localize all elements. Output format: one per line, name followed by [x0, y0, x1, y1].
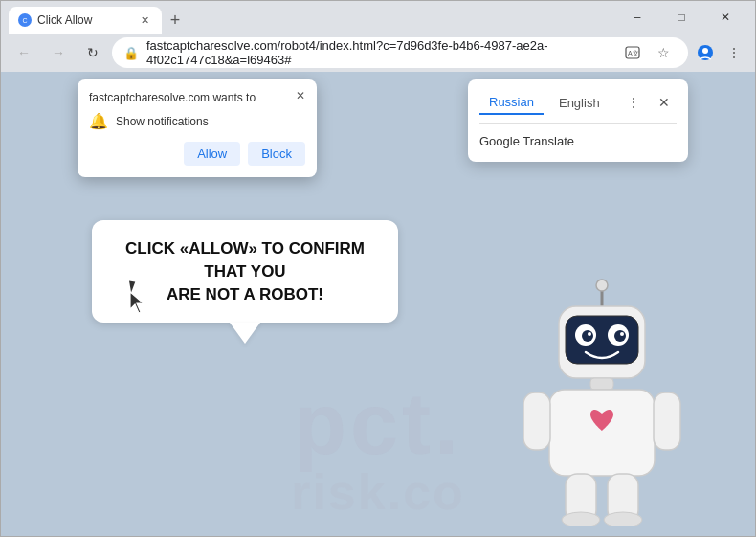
menu-button[interactable]: ⋮ [721, 39, 747, 66]
notification-buttons: Allow Block [89, 142, 305, 166]
block-button[interactable]: Block [248, 142, 305, 166]
profile-button[interactable] [692, 39, 719, 66]
title-bar: C Click Allow ✕ + – □ ✕ [1, 1, 755, 34]
svg-rect-21 [654, 392, 680, 450]
bookmark-button[interactable]: ☆ [650, 39, 677, 66]
tab-title: Click Allow [37, 13, 131, 27]
url-text: fastcaptcharesolve.com/robot4/index.html… [146, 38, 611, 67]
minimize-button[interactable]: – [615, 1, 659, 34]
notification-show-text: Show notifications [116, 115, 209, 128]
url-right-icons: A文 ☆ [619, 39, 677, 66]
notification-row: 🔔 Show notifications [89, 112, 305, 130]
maximize-button[interactable]: □ [659, 1, 703, 34]
svg-text:C: C [22, 17, 27, 24]
active-tab[interactable]: C Click Allow ✕ [9, 7, 162, 34]
translate-close-button[interactable]: ✕ [652, 89, 677, 116]
tab-favicon: C [18, 13, 32, 27]
tab-strip: C Click Allow ✕ + [9, 1, 189, 34]
robot-character [506, 278, 698, 526]
svg-point-6 [702, 48, 708, 54]
translate-header: Russian English ⋮ ✕ [479, 89, 677, 116]
toolbar-right: ⋮ [692, 39, 747, 66]
svg-rect-20 [523, 392, 550, 450]
translate-more-button[interactable]: ⋮ [621, 89, 646, 116]
translate-separator [479, 123, 677, 124]
notification-domain: fastcaptcharesolve.com wants to [89, 91, 305, 104]
browser-content: pct. risk.co ✕ fastcaptcharesolve.com wa… [1, 72, 755, 536]
svg-rect-19 [549, 390, 655, 476]
google-translate-item[interactable]: Google Translate [479, 130, 677, 152]
back-button[interactable]: ← [9, 37, 39, 68]
svg-point-14 [582, 330, 593, 342]
bell-icon: 🔔 [89, 112, 108, 130]
speech-line2: ARE NOT A ROBOT! [167, 285, 323, 303]
translate-popup: Russian English ⋮ ✕ Google Translate [468, 79, 688, 162]
speech-bubble: CLICK «ALLOW» TO CONFIRM THAT YOU ARE NO… [92, 220, 398, 323]
russian-lang-button[interactable]: Russian [479, 91, 544, 115]
svg-text:文: 文 [633, 50, 639, 56]
svg-point-9 [596, 280, 608, 291]
lock-icon: 🔒 [123, 46, 139, 60]
svg-point-17 [620, 332, 624, 336]
svg-point-25 [604, 512, 642, 526]
svg-rect-18 [590, 378, 613, 390]
close-button[interactable]: ✕ [703, 1, 747, 34]
svg-point-15 [614, 330, 626, 342]
speech-text: CLICK «ALLOW» TO CONFIRM THAT YOU ARE NO… [119, 237, 371, 305]
tab-close-button[interactable]: ✕ [137, 12, 152, 28]
browser-window: C Click Allow ✕ + – □ ✕ ← → ↻ 🔒 fastcapt… [0, 0, 756, 537]
allow-button[interactable]: Allow [184, 142, 240, 166]
english-lang-button[interactable]: English [549, 92, 610, 114]
speech-line1: CLICK «ALLOW» TO CONFIRM THAT YOU [125, 239, 365, 280]
translate-icon-button[interactable]: A文 [619, 39, 646, 66]
notification-close-button[interactable]: ✕ [292, 87, 309, 104]
forward-button[interactable]: → [43, 37, 74, 68]
reload-button[interactable]: ↻ [78, 37, 108, 68]
new-tab-button[interactable]: + [162, 7, 189, 34]
svg-point-24 [562, 512, 600, 526]
speech-bubble-wrapper: CLICK «ALLOW» TO CONFIRM THAT YOU ARE NO… [92, 220, 398, 323]
svg-point-16 [588, 332, 591, 336]
url-bar[interactable]: 🔒 fastcaptcharesolve.com/robot4/index.ht… [112, 37, 688, 68]
address-bar: ← → ↻ 🔒 fastcaptcharesolve.com/robot4/in… [1, 34, 755, 72]
notification-popup: ✕ fastcaptcharesolve.com wants to 🔔 Show… [78, 79, 317, 177]
window-controls: – □ ✕ [615, 1, 747, 34]
